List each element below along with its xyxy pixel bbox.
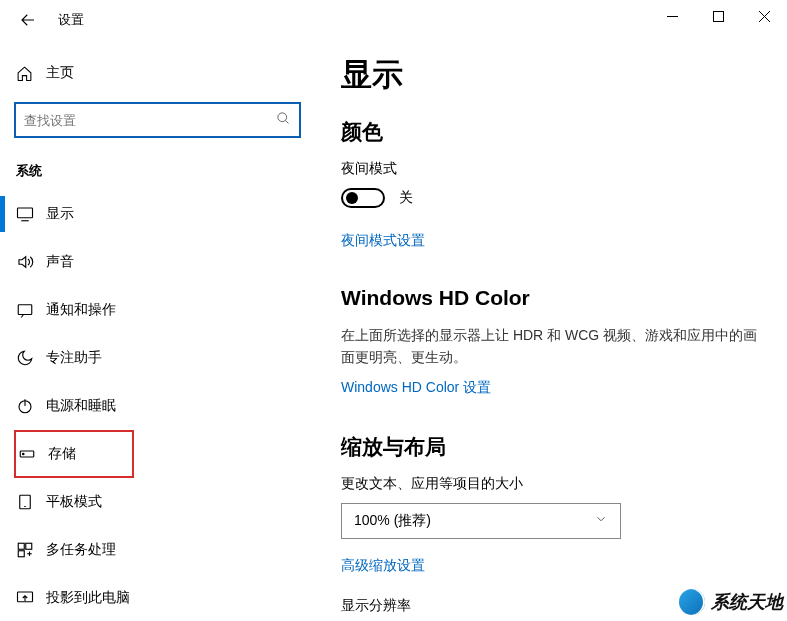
watermark-text: 系统天地	[711, 590, 783, 614]
maximize-button[interactable]	[695, 0, 741, 32]
sidebar-item-storage[interactable]: 存储	[14, 430, 134, 478]
close-button[interactable]	[741, 0, 787, 32]
svg-line-5	[285, 120, 288, 123]
watermark: 系统天地	[679, 589, 783, 615]
sidebar-item-display[interactable]: 显示	[14, 190, 309, 238]
svg-rect-17	[18, 551, 24, 557]
back-button[interactable]	[16, 11, 40, 29]
sidebar-item-project-to-pc[interactable]: 投影到此电脑	[14, 574, 309, 621]
advanced-scale-link[interactable]: 高级缩放设置	[341, 557, 425, 575]
scale-label: 更改文本、应用等项目的大小	[341, 475, 777, 493]
focus-icon	[16, 349, 46, 367]
sidebar-item-multitasking[interactable]: 多任务处理	[14, 526, 309, 574]
hd-color-description: 在上面所选择的显示器上让 HDR 和 WCG 视频、游戏和应用中的画面更明亮、更…	[341, 324, 761, 369]
sidebar-item-sound[interactable]: 声音	[14, 238, 309, 286]
sidebar-item-label: 平板模式	[46, 493, 102, 511]
sidebar-item-label: 专注助手	[46, 349, 102, 367]
svg-point-12	[23, 453, 25, 455]
sidebar-item-label: 电源和睡眠	[46, 397, 116, 415]
page-title: 显示	[341, 54, 777, 96]
scale-select-value: 100% (推荐)	[354, 512, 431, 530]
minimize-button[interactable]	[649, 0, 695, 32]
night-light-label: 夜间模式	[341, 160, 777, 178]
color-heading: 颜色	[341, 118, 777, 146]
multitasking-icon	[16, 541, 46, 559]
sound-icon	[16, 253, 46, 271]
scale-select[interactable]: 100% (推荐)	[341, 503, 621, 539]
scale-layout-heading: 缩放与布局	[341, 433, 777, 461]
sidebar-item-label: 显示	[46, 205, 74, 223]
sidebar-item-label: 声音	[46, 253, 74, 271]
sidebar-item-label: 多任务处理	[46, 541, 116, 559]
window-title: 设置	[58, 11, 84, 29]
svg-point-4	[278, 112, 287, 121]
svg-rect-15	[18, 543, 24, 549]
night-light-settings-link[interactable]: 夜间模式设置	[341, 232, 425, 250]
project-icon	[16, 589, 46, 607]
display-icon	[16, 205, 46, 223]
svg-rect-8	[18, 305, 32, 315]
storage-icon	[18, 445, 48, 463]
sidebar-item-focus-assist[interactable]: 专注助手	[14, 334, 309, 382]
sidebar-item-power-sleep[interactable]: 电源和睡眠	[14, 382, 309, 430]
sidebar-section-label: 系统	[14, 162, 309, 180]
svg-rect-1	[713, 11, 723, 21]
hd-color-settings-link[interactable]: Windows HD Color 设置	[341, 379, 491, 397]
tablet-icon	[16, 493, 46, 511]
night-light-toggle[interactable]	[341, 188, 385, 208]
sidebar: 主页 系统 显示 声音 通知和操作 专注助手 电源和睡眠	[0, 40, 323, 621]
home-label: 主页	[46, 64, 74, 82]
hd-color-heading: Windows HD Color	[341, 286, 777, 310]
svg-rect-16	[26, 543, 32, 549]
power-icon	[16, 397, 46, 415]
svg-rect-6	[18, 208, 33, 218]
main-content: 显示 颜色 夜间模式 关 夜间模式设置 Windows HD Color 在上面…	[323, 40, 787, 621]
sidebar-item-tablet-mode[interactable]: 平板模式	[14, 478, 309, 526]
globe-icon	[679, 589, 705, 615]
home-icon	[16, 65, 46, 82]
search-icon	[276, 111, 291, 130]
night-light-state: 关	[399, 189, 413, 207]
sidebar-item-label: 通知和操作	[46, 301, 116, 319]
search-input[interactable]	[24, 113, 276, 128]
chevron-down-icon	[594, 512, 608, 530]
sidebar-item-label: 投影到此电脑	[46, 589, 130, 607]
sidebar-item-notifications[interactable]: 通知和操作	[14, 286, 309, 334]
search-input-container[interactable]	[14, 102, 301, 138]
sidebar-home[interactable]: 主页	[14, 54, 309, 92]
notifications-icon	[16, 301, 46, 319]
toggle-knob	[346, 192, 358, 204]
sidebar-item-label: 存储	[48, 445, 76, 463]
